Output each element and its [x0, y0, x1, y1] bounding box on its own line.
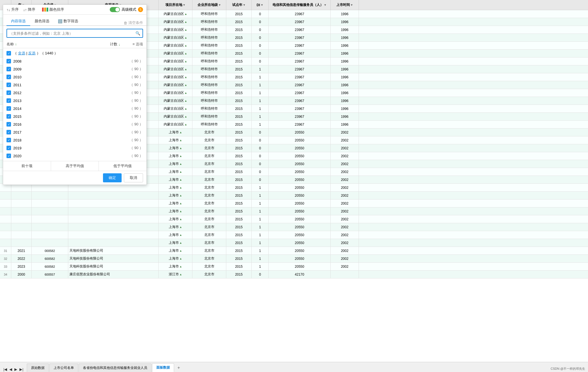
td-pilot: 2015: [226, 200, 252, 207]
sort-desc-button[interactable]: ↓↑ 降序: [23, 7, 35, 12]
tab-panel-data[interactable]: 面板数据: [152, 363, 174, 372]
filter-select-all-item[interactable]: ✓ （ 全选 | 反选 ）（ 1440 ）: [3, 49, 146, 57]
td-telecom: 23967: [269, 73, 331, 81]
td-citylevel: 北京市: [192, 215, 226, 223]
td-location: 上海市▲: [159, 215, 192, 223]
top-ten-button[interactable]: 前十项: [3, 161, 51, 171]
filter-list-item[interactable]: ✓ 2019 （ 90 ）: [3, 144, 146, 152]
select-all-checkbox[interactable]: ✓: [6, 51, 11, 56]
th-listtime[interactable]: 上市时间 ▼: [331, 0, 359, 10]
location-filter-icon[interactable]: ▼: [183, 3, 186, 6]
td-pilot: 2015: [226, 176, 252, 183]
above-average-button[interactable]: 高于平均值: [51, 161, 99, 171]
deselect-all-link[interactable]: 反选: [28, 51, 36, 55]
filter-list-item[interactable]: ✓ 2012 （ 90 ）: [3, 89, 146, 97]
list-header-name[interactable]: 名称 ↑: [6, 42, 110, 47]
filter-item-checkbox[interactable]: ✓: [6, 122, 11, 127]
filter-item-checkbox[interactable]: ✓: [6, 83, 11, 87]
advanced-toggle-switch[interactable]: [110, 7, 120, 12]
location-arrow-icon: ▲: [185, 20, 187, 23]
td-telecom: 23967: [269, 113, 331, 120]
tab-listed-companies[interactable]: 上市公司名单: [49, 364, 78, 372]
filter-list-item[interactable]: ✓ 2017 （ 90 ）: [3, 128, 146, 136]
filter-list-item[interactable]: ✓ 2008 （ 90 ）: [3, 57, 146, 65]
td-pilot: 2015: [226, 247, 252, 254]
location-arrow-icon: ▲: [179, 273, 182, 276]
cancel-button[interactable]: 取消: [124, 173, 143, 182]
last-page-button[interactable]: ▶|: [18, 367, 24, 372]
td-year: [11, 231, 32, 239]
th-di[interactable]: DI ▼: [252, 0, 269, 10]
filter-list-item[interactable]: ✓ 2018 （ 90 ）: [3, 136, 146, 144]
below-average-button[interactable]: 低于平均值: [99, 161, 146, 171]
td-di: 0: [252, 152, 269, 160]
filter-list-item[interactable]: ✓ 2013 （ 90 ）: [3, 97, 146, 105]
table-row: 34 2000 600557 康庄佰慧农业股份有限公司 浙江市▲ 北京市 201…: [0, 271, 588, 278]
location-arrow-icon: ▲: [179, 170, 182, 173]
td-citylevel: 北京市: [192, 168, 226, 176]
di-filter-icon[interactable]: ▼: [261, 3, 264, 6]
filter-item-checkbox[interactable]: ✓: [6, 90, 11, 95]
th-location[interactable]: 项目所在地 ▼: [159, 0, 192, 10]
filter-item-checkbox[interactable]: ✓: [6, 75, 11, 79]
filter-list-item[interactable]: ✓ 2016 （ 90 ）: [3, 120, 146, 128]
tab-telecom-data[interactable]: 各省份电信和其他信息传输服务业就业人员: [79, 364, 152, 372]
filter-sort-row: ↑↓ 升序 ↓↑ 降序 颜色排序 高级模式 5: [3, 5, 146, 15]
filter-list-item[interactable]: ✓ 2020 （ 90 ）: [3, 152, 146, 160]
next-page-button[interactable]: ▶: [13, 367, 18, 372]
filter-list-item[interactable]: ✓ 2015 （ 90 ）: [3, 112, 146, 120]
td-company: [68, 215, 159, 223]
th-telecom[interactable]: 电信和其他信息传输服务员（人） ▼: [269, 0, 331, 10]
tab-digit-filter[interactable]: 🔢 数字筛选: [54, 17, 82, 25]
tab-color-filter[interactable]: 颜色筛选: [30, 17, 54, 26]
filter-item-name: 2008: [13, 59, 127, 63]
filter-list-item[interactable]: ✓ 2009 （ 90 ）: [3, 65, 146, 73]
table-row: 上海市▲ 北京市 2015 1 20550 2002: [0, 223, 588, 231]
filter-item-checkbox[interactable]: ✓: [6, 98, 11, 103]
td-location: 内蒙古自治区▲: [159, 26, 192, 34]
location-arrow-icon: ▲: [185, 60, 187, 63]
filter-item-checkbox[interactable]: ✓: [6, 67, 11, 71]
listtime-filter-icon[interactable]: ▼: [350, 3, 353, 6]
filter-item-checkbox[interactable]: ✓: [6, 114, 11, 119]
filter-item-checkbox[interactable]: ✓: [6, 59, 11, 63]
tab-original-data[interactable]: 原始数据: [27, 364, 49, 372]
filter-list-item[interactable]: ✓ 2014 （ 90 ）: [3, 105, 146, 112]
filter-item-checkbox[interactable]: ✓: [6, 106, 11, 111]
filter-search-input[interactable]: [7, 30, 133, 37]
pilot-filter-icon[interactable]: ▼: [243, 3, 246, 6]
add-tab-button[interactable]: +: [175, 364, 183, 372]
list-header-options[interactable]: ≡ 选项: [133, 42, 143, 47]
td-pilot: 2015: [226, 89, 252, 97]
first-page-button[interactable]: |◀: [2, 367, 8, 372]
th-listtime-label: 上市时间: [336, 3, 350, 7]
select-all-link[interactable]: 全选: [18, 51, 25, 55]
telecom-filter-icon[interactable]: ▼: [324, 3, 327, 6]
td-citylevel: 呼和浩特市: [192, 42, 226, 49]
filter-list-item[interactable]: ✓ 2010 （ 90 ）: [3, 73, 146, 81]
filter-item-checkbox[interactable]: ✓: [6, 130, 11, 134]
filter-item-name: 2013: [13, 99, 127, 103]
th-citylevel[interactable]: 企业所在地级 ▼: [192, 0, 226, 10]
list-header-count[interactable]: 计数 ↓: [110, 42, 133, 47]
td-telecom: 20550: [269, 215, 331, 223]
color-sort-button[interactable]: 颜色排序: [42, 7, 64, 12]
confirm-button[interactable]: 确定: [103, 173, 122, 182]
prev-page-button[interactable]: ◀: [8, 367, 13, 372]
td-rownum: 32: [0, 255, 11, 262]
sort-asc-button[interactable]: ↑↓ 升序: [6, 7, 19, 12]
filter-item-checkbox[interactable]: ✓: [6, 154, 11, 158]
citylevel-filter-icon[interactable]: ▼: [218, 3, 221, 6]
clear-conditions-button[interactable]: 🗑 清空条件: [124, 20, 143, 25]
filter-item-checkbox[interactable]: ✓: [6, 138, 11, 142]
filter-list-item[interactable]: ✓ 2011 （ 90 ）: [3, 81, 146, 89]
tab-content-filter[interactable]: 内容筛选: [6, 17, 30, 26]
filter-item-checkbox[interactable]: ✓: [6, 146, 11, 150]
td-citylevel: 北京市: [192, 160, 226, 168]
filter-search-box: 🔍: [6, 29, 143, 38]
td-listtime: 1996: [331, 34, 359, 41]
td-listtime: 1996: [331, 89, 359, 97]
th-pilot[interactable]: 试点年 ▼: [226, 0, 252, 10]
td-listtime: 1996: [331, 105, 359, 112]
td-location: 内蒙古自治区▲: [159, 97, 192, 105]
